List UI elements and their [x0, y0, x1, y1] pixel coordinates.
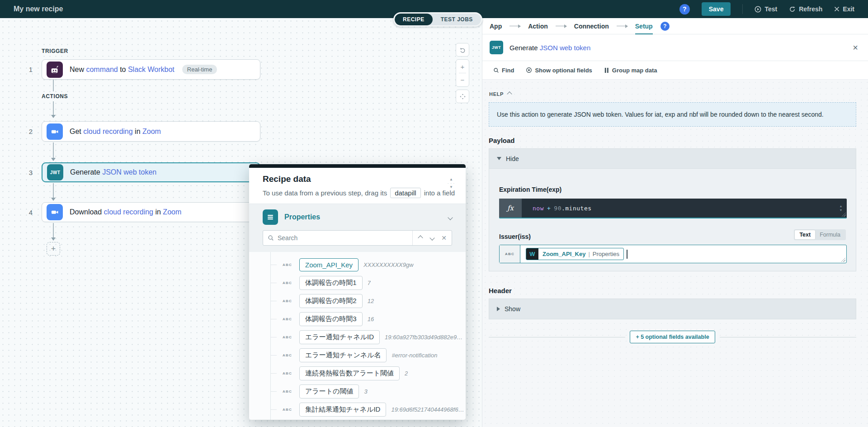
refresh-icon — [789, 6, 796, 13]
type-abc-label: ABC — [283, 263, 294, 267]
drag-handle-icon[interactable]: ▲· · ·▼ — [448, 178, 455, 189]
step-text: in — [153, 208, 163, 216]
step-card-generate-jwt[interactable]: JWT Generate JSON web token — [42, 162, 260, 182]
step-text: Get — [70, 128, 83, 135]
issuer-field[interactable]: ABC W Zoom_API_Key | Properties — [499, 245, 847, 263]
group-map-data-button[interactable]: Group map data — [604, 67, 657, 74]
property-value: 2 — [405, 370, 408, 377]
datapill[interactable]: 体調報告の時間1 — [299, 276, 363, 290]
step-card-trigger[interactable]: New command to Slack Workbot Real-time — [42, 59, 260, 80]
search-clear-button[interactable]: ✕ — [438, 231, 450, 245]
payload-group: Hide Expiration Time(exp) ƒx now+90.minu… — [489, 148, 856, 271]
help-icon[interactable]: ? — [679, 4, 690, 14]
close-icon[interactable]: × — [853, 43, 858, 53]
type-abc-label: ABC — [283, 281, 294, 285]
hide-label: Hide — [506, 155, 519, 162]
help-section-toggle[interactable]: HELP — [489, 91, 511, 97]
test-button[interactable]: Test — [755, 5, 777, 13]
toolbar-divider — [742, 4, 743, 14]
formula-code[interactable]: now+90.minutes — [522, 199, 835, 218]
search-next-button[interactable] — [426, 231, 438, 245]
chevron-down-icon[interactable] — [448, 213, 452, 221]
zoom-control: + − — [456, 59, 469, 87]
zoom-in-button[interactable]: + — [456, 60, 469, 73]
step-text: to — [118, 66, 128, 73]
zoom-out-button[interactable]: − — [456, 73, 469, 86]
type-abc-label: ABC — [500, 245, 520, 263]
undo-button[interactable] — [456, 43, 469, 57]
datapill-zoom-api-key[interactable]: W Zoom_API_Key | Properties — [526, 248, 624, 260]
step-text: Generate — [70, 168, 102, 176]
property-value: 19:60a927fb303d49d882e942ed281571 — [385, 334, 466, 341]
datapill[interactable]: 連続発熱報告数アラート閾値 — [299, 366, 400, 380]
step-link[interactable]: cloud recording — [83, 128, 132, 135]
step-link[interactable]: JSON web token — [102, 168, 156, 176]
optional-fields-button[interactable]: + 5 optional fields available — [630, 331, 715, 343]
jwt-icon: JWT — [490, 41, 503, 54]
setup-body: HELP Use this action to generate JSON we… — [482, 79, 868, 427]
breadcrumb-app[interactable]: App — [490, 23, 502, 30]
datapill[interactable]: 体調報告の時間3 — [299, 312, 363, 326]
refresh-label: Refresh — [799, 5, 822, 13]
datapill[interactable]: 集計結果通知チャネルID — [299, 403, 386, 417]
property-value: 19:69d6f521740444968f6bafcacdd50 — [391, 406, 466, 413]
title-link[interactable]: JSON web token — [540, 44, 591, 52]
issuer-label: Issuer(iss) — [499, 233, 531, 240]
search-input[interactable] — [278, 234, 412, 242]
expiration-label: Expiration Time(exp) — [499, 186, 561, 193]
arrow-icon — [617, 26, 627, 27]
breadcrumb-action[interactable]: Action — [528, 23, 548, 30]
eye-icon — [526, 67, 532, 73]
type-abc-label: ABC — [283, 389, 294, 394]
step-link[interactable]: Slack Workbot — [128, 66, 175, 73]
action-header: JWT Generate JSON web token × — [482, 34, 868, 61]
datapill[interactable]: アラートの閾値 — [299, 384, 359, 399]
datapill[interactable]: 体調報告の時間2 — [299, 294, 363, 308]
help-text: Use this action to generate JSON web tok… — [497, 111, 824, 118]
datapill[interactable]: エラー通知チャンネル名 — [299, 348, 387, 362]
breadcrumb-connection[interactable]: Connection — [574, 23, 609, 30]
text-toggle[interactable]: Text — [795, 230, 815, 239]
show-optional-fields-button[interactable]: Show optional fields — [526, 67, 592, 74]
step-link[interactable]: cloud recording — [104, 208, 153, 216]
step-title: New command to Slack Workbot — [70, 66, 175, 74]
save-button[interactable]: Save — [702, 2, 731, 16]
zoom-video-icon — [47, 204, 63, 220]
tab-recipe[interactable]: RECIPE — [395, 14, 433, 25]
resize-handle[interactable] — [842, 213, 846, 217]
help-label: HELP — [489, 91, 504, 97]
search-prev-button[interactable] — [415, 231, 426, 245]
resize-handle[interactable] — [841, 258, 845, 262]
panel-drag-bar[interactable] — [249, 164, 466, 168]
list-item: ABC 体調報告の時間2 12 — [270, 292, 466, 310]
add-step-button[interactable]: + — [47, 242, 60, 256]
hide-toggle[interactable]: Hide — [489, 149, 856, 169]
expiration-formula-input[interactable]: ƒx now+90.minutes ▲▼ — [499, 199, 847, 218]
datapill[interactable]: Zoom_API_Key — [299, 258, 359, 271]
recipe-data-subtitle: To use data from a previous step, drag i… — [263, 188, 452, 198]
tab-test-jobs[interactable]: TEST JOBS — [433, 14, 481, 25]
subtitle-text: into a field — [424, 189, 455, 197]
arrow-icon — [556, 26, 566, 27]
formula-toggle[interactable]: Formula — [815, 230, 845, 239]
show-toggle[interactable]: Show — [489, 299, 856, 319]
exit-button[interactable]: Exit — [834, 5, 854, 13]
step-link[interactable]: command — [86, 66, 118, 73]
datapill[interactable]: エラー通知チャネルID — [299, 330, 380, 344]
step-link[interactable]: Zoom — [163, 208, 181, 216]
find-button[interactable]: Find — [493, 67, 514, 74]
properties-section-header[interactable]: Properties — [263, 209, 452, 225]
step-card-download-recording[interactable]: Download cloud recording in Zoom — [42, 202, 260, 222]
fit-screen-button[interactable] — [456, 90, 469, 103]
chevron-up-icon — [507, 91, 512, 96]
list-item: ABC 体調報告の時間3 16 — [270, 310, 466, 328]
help-icon[interactable]: ? — [660, 22, 670, 31]
step-card-get-recording[interactable]: Get cloud recording in Zoom — [42, 121, 260, 142]
jwt-icon: JWT — [47, 164, 63, 180]
refresh-button[interactable]: Refresh — [789, 5, 822, 13]
step-link[interactable]: Zoom — [142, 128, 161, 135]
type-abc-label: ABC — [283, 371, 294, 375]
formula-token: 90 — [554, 205, 561, 212]
list-item: ABC 連続発熱報告数アラート閾値 2 — [270, 364, 466, 382]
breadcrumb-setup[interactable]: Setup — [635, 23, 653, 34]
